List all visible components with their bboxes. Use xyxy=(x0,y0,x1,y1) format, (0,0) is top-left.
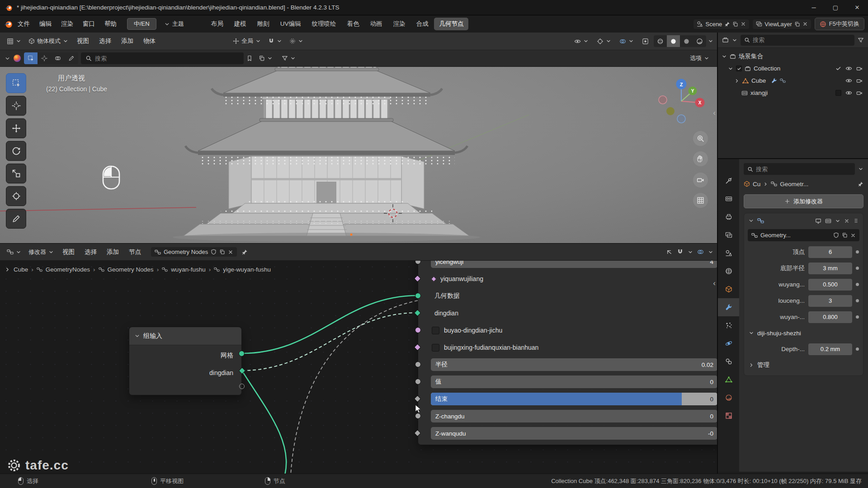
selectability-checkbox[interactable] xyxy=(835,90,841,96)
section-guanli[interactable]: 管理 xyxy=(744,358,863,372)
breadcrumb-data[interactable]: Geometr... xyxy=(780,181,808,188)
breadcrumb-item[interactable]: yige-wuyan-fushu xyxy=(223,266,271,273)
properties-search-input[interactable] xyxy=(756,166,851,173)
socket-geometry[interactable] xyxy=(415,293,421,299)
node-context-dropdown[interactable]: 修改器 xyxy=(25,247,57,258)
tool-scale[interactable] xyxy=(6,164,26,183)
chevron-down-icon[interactable] xyxy=(134,333,140,339)
node-menu-add[interactable]: 添加 xyxy=(102,246,123,258)
camera-icon[interactable] xyxy=(856,78,863,84)
value-field[interactable]: 0.500 xyxy=(808,279,852,291)
falloff-sphere-icon[interactable] xyxy=(13,54,21,62)
tab-world[interactable] xyxy=(718,262,739,280)
node-slider-yicengwuji[interactable]: yicengwuji 4 xyxy=(431,261,717,268)
zoom-button[interactable] xyxy=(693,131,708,146)
outliner-search-field[interactable] xyxy=(741,35,854,46)
node-slider-jieshu-selected[interactable]: 结束 0 xyxy=(431,393,717,405)
shield-icon[interactable] xyxy=(211,249,217,255)
chevron-down-icon[interactable] xyxy=(835,218,840,224)
close-icon[interactable] xyxy=(741,21,746,27)
gizmos-dropdown[interactable] xyxy=(594,37,614,46)
chevron-down-icon[interactable] xyxy=(748,218,754,224)
animate-dot[interactable] xyxy=(856,299,859,302)
axis-neg-x-ball[interactable] xyxy=(659,96,667,104)
chevron-down-icon[interactable] xyxy=(708,38,713,44)
display-render-icon[interactable] xyxy=(825,218,831,224)
socket-banjing[interactable] xyxy=(415,361,421,367)
value-field[interactable]: 6 xyxy=(808,246,852,258)
tab-geometry-nodes[interactable]: 几何节点 xyxy=(434,18,468,30)
navigation-gizmo[interactable]: Z Y X xyxy=(655,75,708,127)
eye-icon[interactable] xyxy=(845,77,852,84)
node-slider-banjing[interactable]: 半径 0.02 xyxy=(431,358,717,371)
magnet-icon[interactable] xyxy=(677,249,684,255)
copy-icon[interactable] xyxy=(794,21,800,27)
viewport-menu-view[interactable]: 视图 xyxy=(72,35,94,47)
node-slider-zhi[interactable]: 值 0 xyxy=(431,375,717,388)
close-icon[interactable] xyxy=(228,249,233,255)
pin-icon[interactable] xyxy=(241,249,248,255)
camera-view-button[interactable] xyxy=(693,173,708,188)
pin-icon[interactable] xyxy=(858,181,863,187)
mode-dropdown[interactable]: 物体模式 xyxy=(25,36,71,47)
eye-icon[interactable] xyxy=(845,65,852,72)
breadcrumb-object[interactable]: Cu xyxy=(753,181,760,188)
shading-material-button[interactable] xyxy=(680,35,693,47)
outliner-item-xiangji[interactable]: xiangji xyxy=(718,87,868,99)
shading-wireframe-button[interactable] xyxy=(654,35,667,47)
node-menu-node[interactable]: 节点 xyxy=(124,246,146,258)
animate-dot[interactable] xyxy=(856,283,859,286)
value-field[interactable]: 3 xyxy=(808,295,852,307)
shading-solid-button[interactable] xyxy=(667,35,680,47)
tab-texture[interactable] xyxy=(718,407,739,425)
close-icon[interactable] xyxy=(802,21,808,27)
tab-object[interactable] xyxy=(718,280,739,298)
node-slider-z-changdu[interactable]: Z-changdu 0 xyxy=(431,410,717,422)
camera-icon[interactable] xyxy=(856,66,863,72)
breadcrumb-item[interactable]: Geometry Nodes xyxy=(108,266,154,273)
chevron-down-icon[interactable] xyxy=(722,54,727,59)
chevron-down-icon[interactable] xyxy=(858,166,863,172)
scene-selector[interactable]: Scene xyxy=(693,19,749,29)
checkbox[interactable] xyxy=(432,327,439,334)
shield-icon[interactable] xyxy=(833,232,839,238)
viewport-menu-add[interactable]: 添加 xyxy=(117,35,138,47)
value-field[interactable]: 0.2 mm xyxy=(808,343,852,355)
breadcrumb-item[interactable]: wuyan-fushu xyxy=(171,266,206,273)
tab-animation[interactable]: 动画 xyxy=(365,18,387,30)
menu-render[interactable]: 渲染 xyxy=(57,18,78,30)
tab-shading[interactable]: 着色 xyxy=(342,18,364,30)
go-to-parent-icon[interactable] xyxy=(666,249,673,255)
checkbox[interactable] xyxy=(432,344,439,352)
breadcrumb-item[interactable]: Cube xyxy=(14,266,28,273)
drag-grip-icon[interactable] xyxy=(853,218,859,224)
view-layer-selector[interactable]: ViewLayer xyxy=(753,19,811,29)
minimize-button[interactable]: ─ xyxy=(803,0,825,15)
tab-scene[interactable] xyxy=(718,244,739,262)
group-input-node[interactable]: 组输入 网格 dingdian xyxy=(129,327,242,395)
tab-view-layer[interactable] xyxy=(718,226,739,244)
outliner-item-collection[interactable]: Collection xyxy=(718,62,868,75)
section-diji-shuju-shezhi[interactable]: diji-shuju-shezhi xyxy=(744,326,863,340)
chevron-down-icon[interactable] xyxy=(688,249,693,255)
pin-icon[interactable] xyxy=(724,21,730,27)
menu-help[interactable]: 帮助 xyxy=(100,18,121,30)
copy-icon[interactable] xyxy=(732,21,738,27)
overlays-dropdown[interactable] xyxy=(616,37,637,46)
tab-material[interactable] xyxy=(718,389,739,407)
sidebar-collapse-arrow[interactable]: ‹ xyxy=(713,108,716,117)
menu-window[interactable]: 窗口 xyxy=(78,18,99,30)
pan-button[interactable] xyxy=(693,151,708,166)
socket-buyao-dingdian-jichu[interactable] xyxy=(415,327,421,333)
transform-orientation-dropdown[interactable]: 全局 xyxy=(230,36,264,47)
chevron-down-icon[interactable] xyxy=(732,38,737,43)
animate-dot[interactable] xyxy=(856,267,859,270)
node-canvas[interactable]: Cube › GeometryNodes › Geometry Nodes › … xyxy=(0,261,717,474)
lang-switch-button[interactable]: F5中英切换 xyxy=(815,18,864,30)
node-input-jihe-shuju[interactable]: 几何数据 xyxy=(418,287,717,305)
tool-select-box[interactable] xyxy=(6,73,26,93)
tab-modifiers[interactable] xyxy=(718,298,739,316)
filter-dropdown[interactable] xyxy=(278,54,299,63)
value-field[interactable]: 0.800 xyxy=(808,311,852,323)
select-box-button[interactable] xyxy=(38,52,51,64)
